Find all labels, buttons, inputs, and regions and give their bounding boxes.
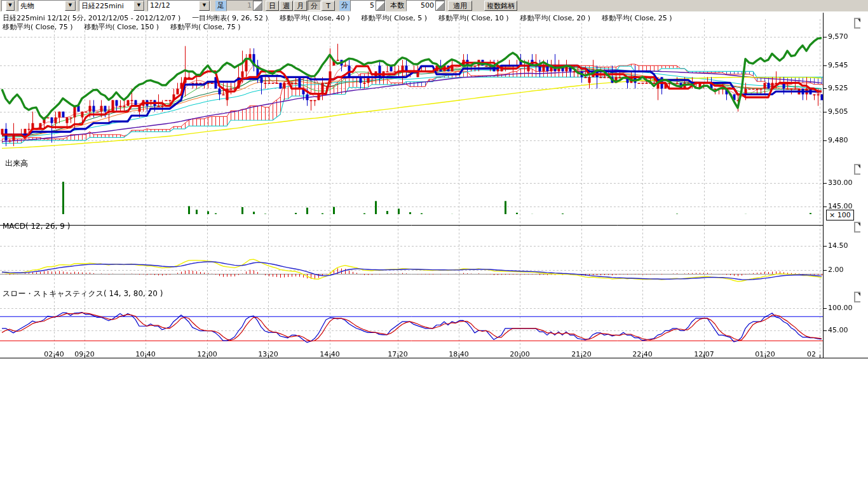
spin-icon[interactable]: [376, 1, 385, 11]
price-axis-label: 9,570: [828, 32, 848, 41]
time-axis-label: 12:00: [194, 350, 220, 358]
minute-field[interactable]: 5: [350, 0, 386, 11]
volume-multiplier-box: × 100: [826, 210, 854, 220]
period-month-button[interactable]: 月: [294, 1, 307, 11]
date-combo[interactable]: 12/12 ▼: [147, 0, 210, 11]
price-axis-label: 9,480: [828, 136, 848, 144]
legend-item: 移動平均( Close, 75 ): [3, 22, 73, 32]
price-axis-label: 9,545: [828, 61, 848, 69]
chart-legend-row-2: 移動平均( Close, 75 )移動平均( Close, 150 )移動平均(…: [3, 22, 241, 32]
price-axis-label: 9,525: [828, 84, 848, 92]
minute-label: 分: [339, 1, 350, 11]
time-axis-label: 20:00: [507, 350, 532, 358]
time-axis-label: 14:40: [317, 350, 342, 358]
time-axis-label: 02: [796, 350, 816, 358]
legend-item: 一目均衡表( 9, 26, 52 ): [192, 13, 268, 23]
legend-item: 移動平均( Close, 150 ): [85, 22, 159, 32]
toolbar: ▼ 先物 ▼ 日経225mini ▼ 12/12 ▼ 足 1 日 週 月 分 T…: [0, 0, 868, 12]
time-axis-label: 21:20: [569, 350, 594, 358]
hidden-symbol-combo[interactable]: ▼: [1, 0, 15, 11]
volume-pane-button[interactable]: [854, 164, 860, 175]
period-day-button[interactable]: 日: [266, 1, 279, 11]
time-axis-label: 18:40: [446, 350, 471, 358]
bar-type-label: 足: [215, 1, 226, 11]
spin-icon[interactable]: [435, 1, 445, 11]
legend-item: 移動平均( Close, 10 ): [438, 13, 509, 23]
symbol-combo-value: 日経225mini: [79, 1, 133, 11]
legend-item: 移動平均( Close, 40 ): [280, 13, 350, 23]
minute-value: 5: [351, 1, 376, 11]
time-axis-label: 12/07: [691, 350, 717, 358]
date-combo-value: 12/12: [148, 1, 199, 11]
dropdown-arrow-icon[interactable]: ▼: [199, 1, 210, 11]
stoch-axis-label: 100.00: [828, 304, 853, 312]
time-axis-label: 22:40: [630, 350, 655, 358]
time-axis-label: 09:20: [72, 350, 97, 358]
dropdown-arrow-icon[interactable]: ▼: [133, 1, 144, 11]
stochastics-pane-title: スロー・ストキャスティクス( 14, 3, 80, 20 ): [3, 288, 163, 299]
legend-item: 移動平均( Close, 75 ): [170, 22, 241, 32]
bar-count-label: 本数: [388, 1, 406, 11]
macd-axis-label: 14.50: [828, 241, 848, 250]
symbol-combo[interactable]: 日経225mini ▼: [79, 0, 145, 11]
time-axis-label: 13:20: [255, 350, 281, 358]
chart-canvas[interactable]: [0, 11, 868, 488]
time-axis-label: 02:40: [41, 350, 67, 358]
stoch-axis-label: 45.00: [828, 326, 848, 334]
time-axis-label: 01:20: [752, 350, 778, 358]
bar-count-value: 500: [407, 1, 435, 11]
time-axis-label: 10:40: [133, 350, 158, 358]
bar-count-field[interactable]: 500: [406, 0, 445, 11]
legend-item: 移動平均( Close, 20 ): [520, 13, 591, 23]
macd-axis-label: 2.00: [828, 266, 844, 274]
bar-interval-value: 1: [227, 1, 253, 11]
period-minute-button[interactable]: 分: [308, 1, 321, 11]
spin-icon[interactable]: [253, 1, 262, 11]
legend-item: 日経225mini 12/12( 5分, 2012/12/05 - 2012/1…: [3, 13, 180, 23]
legend-item: 移動平均( Close, 25 ): [602, 13, 672, 23]
market-combo[interactable]: 先物 ▼: [18, 0, 76, 11]
trading-chart-window: ▼ 先物 ▼ 日経225mini ▼ 12/12 ▼ 足 1 日 週 月 分 T…: [0, 0, 868, 488]
multi-symbol-button[interactable]: 複数銘柄: [484, 1, 517, 11]
period-week-button[interactable]: 週: [280, 1, 293, 11]
price-pane-button[interactable]: [854, 18, 860, 29]
bar-interval-field[interactable]: 1: [226, 0, 263, 11]
legend-item: 移動平均( Close, 5 ): [361, 13, 427, 23]
price-axis-label: 9,505: [828, 107, 848, 116]
stochastics-pane-button[interactable]: [854, 292, 860, 302]
apply-button[interactable]: 適用: [448, 1, 472, 11]
volume-pane-title: 出来高: [5, 158, 28, 169]
macd-pane-title: MACD( 12, 26, 9 ): [3, 222, 70, 231]
time-axis-label: 17:20: [385, 350, 410, 358]
chart-legend-row-1: 日経225mini 12/12( 5分, 2012/12/05 - 2012/1…: [3, 13, 672, 23]
market-combo-value: 先物: [18, 1, 65, 11]
dropdown-arrow-icon[interactable]: ▼: [6, 1, 15, 11]
period-tick-button[interactable]: T: [322, 1, 335, 11]
volume-axis-label: 330.00: [828, 179, 853, 187]
macd-pane-button[interactable]: [854, 222, 860, 233]
dropdown-arrow-icon[interactable]: ▼: [65, 1, 76, 11]
